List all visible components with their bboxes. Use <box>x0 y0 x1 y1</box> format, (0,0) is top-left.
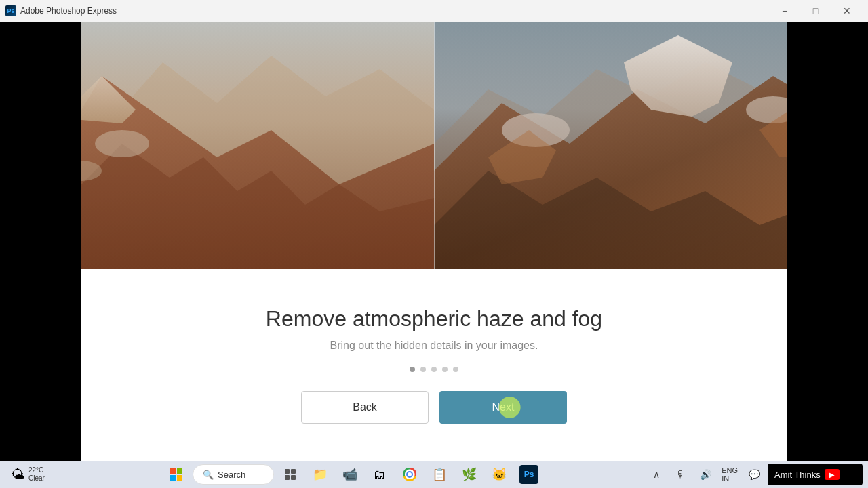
svg-rect-19 <box>177 475 182 481</box>
files-button[interactable]: 🗂 <box>366 462 393 487</box>
side-left-black <box>0 22 81 461</box>
teams-icon: 📹 <box>342 467 357 482</box>
task-view-button[interactable] <box>277 462 304 487</box>
svg-rect-20 <box>285 469 290 474</box>
minimize-button[interactable]: − <box>769 0 800 22</box>
search-bar[interactable]: 🔍 Search <box>193 464 274 485</box>
svg-point-11 <box>502 113 570 147</box>
svg-marker-14 <box>488 130 556 184</box>
sticky-notes-button[interactable]: 📋 <box>426 462 453 487</box>
file-explorer-icon: 📁 <box>313 467 328 482</box>
teams-button[interactable]: 📹 <box>336 462 363 487</box>
file-explorer-button[interactable]: 📁 <box>307 462 334 487</box>
amit-thinks-widget[interactable]: Amit Thinks ▶ <box>768 464 863 485</box>
title-bar-left: Ps Adobe Photoshop Express <box>5 5 117 16</box>
pagination-dots <box>410 367 458 372</box>
notifications-button[interactable]: 💬 <box>743 462 765 487</box>
weather-temp: 22°C <box>28 466 45 474</box>
chevron-up-icon: ∧ <box>653 469 660 480</box>
svg-rect-22 <box>285 475 290 480</box>
ftp-button[interactable]: 🐱 <box>486 462 513 487</box>
title-bar: Ps Adobe Photoshop Express − □ ✕ <box>0 0 868 22</box>
sticky-notes-icon: 📋 <box>432 467 447 482</box>
system-tray: ∧ 🎙 🔊 ENG IN 💬 Amit Thinks ▶ <box>646 462 863 487</box>
dot-5 <box>453 367 458 372</box>
action-buttons: Back Next <box>301 391 567 424</box>
photoshop-icon: Ps <box>519 465 538 484</box>
weather-widget[interactable]: 🌤 22°C Clear <box>5 466 60 483</box>
main-heading: Remove atmospheric haze and fog <box>266 306 602 331</box>
weather-condition: Clear <box>28 474 45 483</box>
files-icon: 🗂 <box>374 468 386 482</box>
photoshop-button[interactable]: Ps <box>515 462 542 487</box>
content-area: Remove atmospheric haze and fog Bring ou… <box>0 269 868 461</box>
svg-rect-18 <box>170 475 176 481</box>
search-icon: 🔍 <box>203 470 214 480</box>
app-title: Adobe Photoshop Express <box>20 6 117 16</box>
mic-icon[interactable]: 🎙 <box>670 462 692 487</box>
windows-logo-icon <box>170 468 182 481</box>
window-controls: − □ ✕ <box>769 0 863 22</box>
green-app-icon: 🌿 <box>462 467 477 482</box>
svg-marker-10 <box>624 35 732 117</box>
dot-4 <box>442 367 448 372</box>
weather-icon: 🌤 <box>11 467 24 483</box>
svg-rect-16 <box>170 468 176 474</box>
back-button[interactable]: Back <box>301 391 429 424</box>
dot-3 <box>431 367 437 372</box>
task-view-icon <box>284 468 296 481</box>
svg-rect-21 <box>291 469 296 474</box>
svg-point-5 <box>95 130 149 157</box>
ftp-icon: 🐱 <box>492 467 507 482</box>
close-button[interactable]: ✕ <box>831 0 863 22</box>
language-label: ENG IN <box>719 466 741 483</box>
youtube-icon: ▶ <box>825 469 840 480</box>
taskbar-center: 🔍 Search 📁 📹 🗂 <box>62 462 643 487</box>
dot-2 <box>420 367 426 372</box>
svg-rect-23 <box>291 475 296 480</box>
search-label: Search <box>218 470 245 480</box>
svg-point-27 <box>408 472 412 476</box>
app-area: Remove atmospheric haze and fog Bring ou… <box>0 22 868 461</box>
maximize-button[interactable]: □ <box>800 0 831 22</box>
notification-icon[interactable]: ∧ <box>646 462 667 487</box>
side-right-black <box>787 22 868 461</box>
image-area <box>0 22 868 269</box>
chrome-icon <box>403 468 416 481</box>
green-app-button[interactable]: 🌿 <box>456 462 483 487</box>
sub-heading: Bring out the hidden details in your ima… <box>330 340 538 352</box>
chrome-button[interactable] <box>396 462 423 487</box>
weather-info: 22°C Clear <box>28 466 45 483</box>
taskbar: 🌤 22°C Clear 🔍 Search <box>0 461 868 488</box>
amit-thinks-label: Amit Thinks <box>774 470 821 480</box>
speaker-icon[interactable]: 🔊 <box>694 462 716 487</box>
image-divider <box>434 22 435 269</box>
app-icon-title: Ps <box>5 5 16 16</box>
svg-rect-17 <box>177 468 182 474</box>
windows-start-button[interactable] <box>163 462 190 487</box>
next-button[interactable]: Next <box>439 391 567 424</box>
dot-1 <box>410 367 415 372</box>
